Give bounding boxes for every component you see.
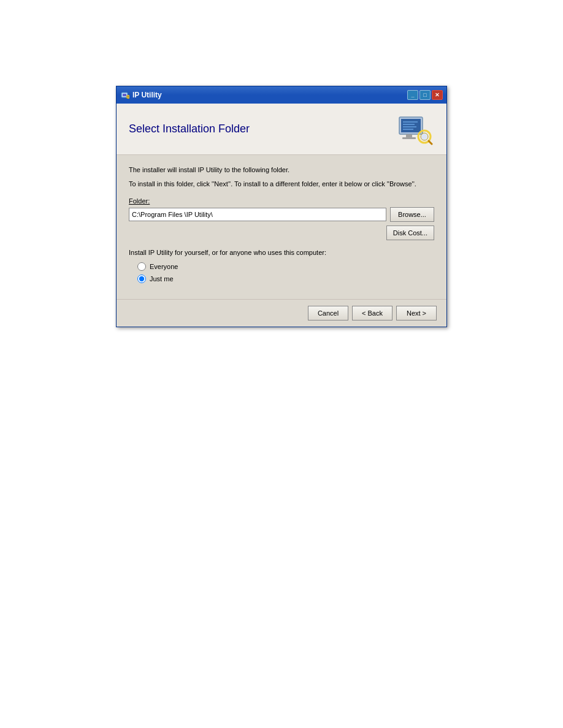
- header-icon: [395, 113, 434, 147]
- everyone-radio-row: Everyone: [137, 262, 434, 271]
- justme-radio-row: Just me: [137, 275, 434, 283]
- close-button[interactable]: ✕: [432, 90, 443, 100]
- svg-rect-1: [123, 94, 126, 96]
- folder-input-row: Browse...: [129, 207, 434, 222]
- install-for-label: Install IP Utility for yourself, or for …: [129, 249, 434, 256]
- window-controls: _ □ ✕: [407, 90, 443, 100]
- everyone-radio[interactable]: [137, 262, 146, 271]
- app-icon: ?: [120, 90, 130, 100]
- dialog-title: Select Installation Folder: [129, 123, 395, 135]
- cancel-button[interactable]: Cancel: [308, 306, 348, 320]
- installer-window: ? IP Utility _ □ ✕ Select Installation F…: [116, 86, 447, 327]
- minimize-button[interactable]: _: [407, 90, 418, 100]
- folder-label-f: F: [129, 197, 133, 205]
- header-text-area: Select Installation Folder: [129, 123, 395, 138]
- disk-cost-button[interactable]: Disk Cost...: [386, 226, 434, 240]
- folder-input[interactable]: [129, 208, 386, 221]
- dialog-header: Select Installation Folder: [117, 104, 446, 155]
- description-1: The installer will install IP Utility to…: [129, 165, 434, 175]
- folder-label: Folder:: [129, 197, 434, 205]
- dialog-body: The installer will install IP Utility to…: [117, 155, 446, 299]
- maximize-button[interactable]: □: [419, 90, 431, 100]
- justme-label[interactable]: Just me: [150, 275, 174, 282]
- dialog-footer: Cancel < Back Next >: [117, 299, 446, 327]
- svg-point-9: [421, 133, 428, 140]
- svg-line-10: [429, 141, 432, 144]
- back-button[interactable]: < Back: [352, 306, 393, 320]
- disk-cost-row: Disk Cost...: [129, 226, 434, 240]
- everyone-label[interactable]: Everyone: [150, 263, 178, 270]
- next-button[interactable]: Next >: [396, 306, 437, 320]
- svg-rect-5: [401, 119, 421, 132]
- title-bar: ? IP Utility _ □ ✕: [117, 86, 446, 104]
- folder-label-rest: older:: [133, 197, 150, 205]
- justme-radio[interactable]: [137, 275, 146, 283]
- browse-button[interactable]: Browse...: [390, 207, 434, 222]
- window-title: IP Utility: [132, 91, 405, 99]
- install-for-section: Install IP Utility for yourself, or for …: [129, 249, 434, 283]
- description-2: To install in this folder, click ''Next'…: [129, 179, 434, 189]
- svg-rect-7: [402, 137, 416, 139]
- folder-section: Folder: Browse... Disk Cost...: [129, 197, 434, 240]
